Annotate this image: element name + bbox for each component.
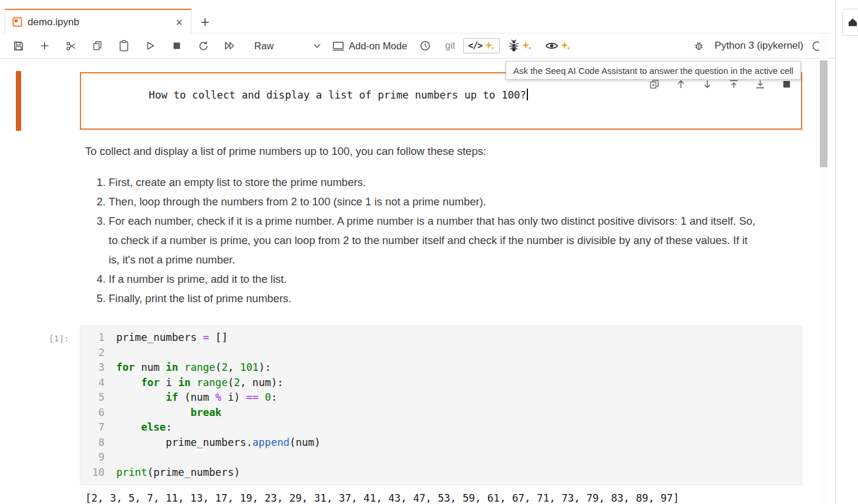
- delete-cell-icon: [782, 80, 791, 89]
- ai-code-assistant-button[interactable]: </>: [463, 38, 500, 53]
- code-line: 7 else:: [80, 420, 802, 435]
- sparkle-icon: [484, 40, 495, 51]
- save-icon: [13, 40, 24, 52]
- line-number: 8: [80, 435, 116, 451]
- duplicate-cell-icon: [650, 79, 660, 89]
- insert-cell-above-icon: [729, 79, 739, 89]
- new-tab-button[interactable]: +: [194, 11, 216, 33]
- addon-mode-button[interactable]: Add-on Mode: [332, 40, 407, 52]
- tab-title: demo.ipynb: [28, 16, 174, 28]
- cell-toolbar: [649, 79, 792, 89]
- markdown-step-item: If a number is prime, add it to the list…: [109, 269, 759, 289]
- copy-cells-button[interactable]: [89, 37, 106, 55]
- run-icon: [145, 40, 156, 51]
- addon-mode-label: Add-on Mode: [349, 40, 407, 52]
- sparkle-icon: [521, 40, 532, 51]
- jupyter-app: demo.ipynb × +: [0, 0, 858, 504]
- ai-explain-button[interactable]: [545, 40, 571, 52]
- save-button[interactable]: [9, 37, 27, 55]
- interrupt-kernel-button[interactable]: [168, 37, 186, 55]
- insert-cell-above-button[interactable]: [728, 79, 739, 89]
- panel-icon: [847, 18, 858, 27]
- code-line: 2: [80, 346, 802, 361]
- restart-kernel-button[interactable]: [194, 37, 212, 55]
- scrollbar-thumb[interactable]: [820, 60, 827, 167]
- code-line: 5 if (num % i) == 0:: [80, 390, 802, 405]
- markdown-step-item: For each number, check if it is a prime …: [109, 211, 759, 269]
- markdown-steps-list: First, create an empty list to store the…: [85, 172, 759, 308]
- history-button[interactable]: [416, 37, 434, 55]
- line-number: 10: [80, 465, 116, 481]
- plus-icon: [39, 40, 50, 51]
- active-cell-text: How to collect and display a list of pri…: [149, 89, 526, 101]
- insert-cell-below-button[interactable]: [755, 79, 765, 89]
- tab-demo-ipynb[interactable]: demo.ipynb ×: [5, 9, 191, 34]
- markdown-intro: To collect and display a list of prime n…: [85, 141, 759, 161]
- insert-cell-below-icon: [755, 79, 765, 89]
- line-number: 9: [80, 450, 116, 465]
- fast-forward-icon: [224, 40, 235, 52]
- insert-cell-button[interactable]: [36, 37, 53, 55]
- move-cell-up-icon: [677, 79, 685, 89]
- code-line: 9: [80, 450, 802, 465]
- cell-gutter: [0, 72, 80, 130]
- markdown-output: To collect and display a list of prime n…: [0, 130, 836, 308]
- cell-type-dropdown[interactable]: Raw: [254, 40, 321, 52]
- markdown-step-item: First, create an empty list to store the…: [109, 172, 759, 192]
- run-cell-button[interactable]: [142, 37, 159, 55]
- line-number: 7: [80, 420, 116, 435]
- line-number: 1: [80, 330, 116, 346]
- vertical-scrollbar: [819, 33, 828, 504]
- line-number: 3: [80, 360, 116, 376]
- tab-close-icon[interactable]: ×: [174, 16, 184, 28]
- clock-icon: [419, 40, 431, 52]
- code-cell-gutter: [1]:: [0, 326, 80, 485]
- chevron-down-icon: [313, 43, 321, 49]
- cell-output: [2, 3, 5, 7, 11, 13, 17, 19, 23, 29, 31,…: [80, 492, 802, 504]
- toolbar-kernel-group: Python 3 (ipykernel): [690, 37, 836, 55]
- scissors-icon: [66, 40, 77, 52]
- ant-icon: [508, 39, 520, 52]
- cell-type-value: Raw: [254, 40, 274, 52]
- notebook-icon: [12, 17, 22, 27]
- eye-icon: [545, 40, 558, 52]
- git-label[interactable]: git: [445, 40, 455, 51]
- ai-assistant-tooltip: Ask the Seeq AI Code Assistant to answer…: [506, 61, 801, 80]
- cell-collapser[interactable]: [16, 71, 21, 131]
- move-cell-up-button[interactable]: [675, 79, 686, 89]
- line-number: 4: [80, 376, 116, 391]
- bug-icon: [694, 40, 704, 51]
- line-number: 6: [80, 405, 116, 421]
- code-line: 8 prime_numbers.append(num): [80, 435, 802, 451]
- sparkle-icon: [560, 40, 571, 51]
- active-cell-editor[interactable]: How to collect and display a list of pri…: [80, 72, 802, 130]
- line-number: 2: [80, 346, 116, 361]
- duplicate-cell-button[interactable]: [649, 79, 660, 89]
- delete-cell-button[interactable]: [781, 79, 792, 89]
- ai-debug-assistant-button[interactable]: [508, 39, 532, 52]
- notebook-panel: How to collect and display a list of pri…: [0, 59, 836, 504]
- line-number: 5: [80, 390, 116, 405]
- cut-cells-button[interactable]: [62, 37, 80, 55]
- restart-run-all-button[interactable]: [221, 37, 238, 55]
- tab-bar: demo.ipynb × +: [0, 0, 836, 33]
- paste-cells-button[interactable]: [115, 37, 133, 55]
- move-cell-down-button[interactable]: [702, 79, 712, 89]
- paste-icon: [119, 40, 129, 52]
- right-panel-divider: [835, 0, 836, 504]
- code-lines: 1prime_numbers = []23for num in range(2,…: [80, 330, 802, 480]
- code-editor[interactable]: 1prime_numbers = []23for num in range(2,…: [80, 326, 802, 485]
- kernel-name[interactable]: Python 3 (ipykernel): [715, 40, 803, 52]
- code-cell: [1]: 1prime_numbers = []23for num in ran…: [0, 326, 836, 485]
- code-line: 4 for i in range(2, num):: [80, 376, 802, 391]
- code-line: 6 break: [80, 405, 802, 421]
- move-cell-down-icon: [703, 79, 712, 89]
- monitor-icon: [332, 40, 345, 52]
- code-line: 1prime_numbers = []: [80, 330, 802, 346]
- debugger-button[interactable]: [690, 37, 708, 55]
- code-icon: </>: [468, 40, 482, 51]
- markdown-step-item: Finally, print the list of prime numbers…: [109, 289, 759, 308]
- collapsed-sidebar-button[interactable]: [842, 9, 858, 36]
- code-line: 3for num in range(2, 101):: [80, 360, 802, 376]
- text-cursor: [527, 89, 528, 100]
